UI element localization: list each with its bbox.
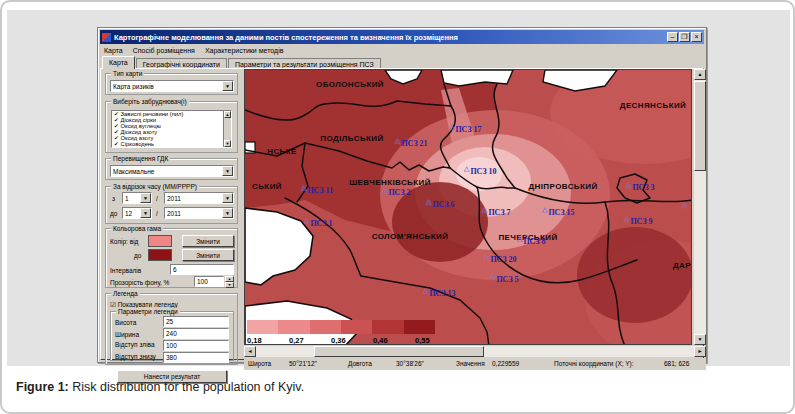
color-from-label: Колір: від xyxy=(110,238,138,245)
chevron-down-icon[interactable]: ▼ xyxy=(140,208,151,218)
period-to-label: до xyxy=(110,210,117,217)
tab-active[interactable]: Карта xyxy=(102,56,135,69)
mpc-select[interactable]: Максимальне ▼ xyxy=(110,165,234,177)
value-label: Значення xyxy=(456,360,485,367)
to-month-select[interactable]: 12 ▼ xyxy=(122,207,152,219)
figure-frame: Картографічне моделювання за даними пост… xyxy=(0,0,795,414)
period-separator: / xyxy=(156,210,158,217)
latitude-label: Широта xyxy=(248,360,271,367)
legend-width-input[interactable] xyxy=(163,328,229,339)
period-from-label: з xyxy=(112,195,115,202)
scroll-down-icon[interactable]: ▼ xyxy=(694,334,706,345)
vertical-scroll-thumb[interactable] xyxy=(694,81,706,171)
legend-height-input[interactable] xyxy=(163,316,229,327)
scroll-left-icon[interactable]: ◄ xyxy=(244,346,256,357)
caption-prefix: Figure 1: xyxy=(16,380,69,394)
tab-page-map: Тип карти Карта ризиків ▼ Виберіть забру… xyxy=(100,68,704,360)
mpc-label: Перевищення ГДК xyxy=(111,155,170,162)
map-canvas xyxy=(245,70,692,345)
legend-offset-bottom-input[interactable] xyxy=(163,352,229,363)
status-bar: Широта 50°21'12" Довгота 30°38'26" Значе… xyxy=(244,358,706,370)
color-gamma-label: Кольорова гама xyxy=(111,225,163,232)
from-month-value: 1 xyxy=(123,195,140,202)
color-to-label: до xyxy=(134,252,141,259)
pollutant-item-label: Фенол xyxy=(121,147,138,148)
intervals-label: Інтервалів xyxy=(110,267,141,274)
chevron-down-icon[interactable]: ▼ xyxy=(222,81,233,91)
to-month-value: 12 xyxy=(123,210,140,217)
color-from-swatch[interactable] xyxy=(148,235,172,247)
title-bar: Картографічне моделювання за даними пост… xyxy=(100,30,704,44)
scroll-down-icon[interactable]: ▼ xyxy=(224,140,231,147)
map-type-value: Карта ризиків xyxy=(111,83,222,90)
menu-item[interactable]: Спосіб розміщення xyxy=(133,47,195,54)
menu-item[interactable]: Характеристики методів xyxy=(205,47,284,54)
close-button[interactable]: × xyxy=(691,32,702,42)
color-to-swatch[interactable] xyxy=(148,249,172,261)
window-title: Картографічне моделювання за даними пост… xyxy=(114,33,666,42)
figure-caption: Figure 1: Risk distribution for the popu… xyxy=(16,380,304,394)
chevron-down-icon[interactable]: ▼ xyxy=(140,193,151,203)
opacity-label: Прозорість фону, % xyxy=(110,279,169,286)
spin-down-icon[interactable]: ▼ xyxy=(225,282,234,288)
latitude-value: 50°21'12" xyxy=(289,360,317,367)
settings-panel: Тип карти Карта ризиків ▼ Виберіть забру… xyxy=(103,69,243,359)
opacity-spinner[interactable]: ▲▼ xyxy=(225,276,234,287)
period-group: За відрізок часу (ММ/РРРР) з 1 ▼ / 2011 … xyxy=(105,186,238,224)
scroll-up-icon[interactable]: ▲ xyxy=(694,69,706,80)
coords-value: 681; 626 xyxy=(664,360,689,367)
kyiv-risk-map[interactable]: ОБОЛОНСЬКИЙПОДІЛЬСЬКИЙДЕСНЯНСЬКИЙШЕВЧЕНК… xyxy=(244,69,692,345)
vertical-scrollbar[interactable]: ▲ ▼ xyxy=(694,69,706,345)
period-separator: / xyxy=(156,195,158,202)
map-type-select[interactable]: Карта ризиків ▼ xyxy=(110,80,234,92)
change-to-color-button[interactable]: Змінити xyxy=(182,249,234,261)
show-legend-label: Показувати легенду xyxy=(118,301,178,308)
pollutants-group: Виберіть забруднювач(і) ✔Завислі речовин… xyxy=(105,101,238,153)
value-value: 0,229559 xyxy=(492,360,519,367)
checkbox-checked-icon[interactable]: ✔ xyxy=(114,147,119,148)
chevron-down-icon[interactable]: ▼ xyxy=(222,193,233,203)
pollutants-label: Виберіть забруднювач(і) xyxy=(111,98,189,105)
scroll-up-icon[interactable]: ▲ xyxy=(224,111,231,118)
app-icon xyxy=(102,33,111,42)
longitude-value: 30°38'26" xyxy=(396,360,424,367)
chevron-down-icon[interactable]: ▼ xyxy=(222,166,233,176)
horizontal-scroll-thumb[interactable] xyxy=(314,346,484,357)
from-year-select[interactable]: 2011 ▼ xyxy=(164,192,234,204)
longitude-label: Довгота xyxy=(348,360,372,367)
horizontal-scrollbar[interactable]: ◄ ► xyxy=(244,346,706,357)
legend-offset-bottom-label: Відступ знизу xyxy=(115,353,159,360)
legend-offset-left-input[interactable] xyxy=(163,340,229,351)
pollutant-scrollbar[interactable]: ▲ ▼ xyxy=(223,111,231,147)
legend-height-label: Висота xyxy=(115,319,136,326)
change-from-color-button[interactable]: Змінити xyxy=(182,235,234,247)
from-month-select[interactable]: 1 ▼ xyxy=(122,192,152,204)
legend-params-label: Параметри легенди xyxy=(116,308,180,315)
to-year-value: 2011 xyxy=(165,210,222,217)
from-year-value: 2011 xyxy=(165,195,222,202)
menu-bar: КартаСпосіб розміщенняХарактеристики мет… xyxy=(100,45,704,56)
legend-offset-left-label: Відступ зліва xyxy=(115,341,159,348)
map-type-label: Тип карти xyxy=(111,70,144,77)
pollutant-list[interactable]: ✔Завислі речовини (пил)✔Діоксид сірки✔Ок… xyxy=(111,110,232,148)
minimize-button[interactable]: – xyxy=(667,32,678,42)
show-legend-checkbox[interactable]: ☑ Показувати легенду xyxy=(110,301,178,308)
map-panel: ОБОЛОНСЬКИЙПОДІЛЬСЬКИЙДЕСНЯНСЬКИЙШЕВЧЕНК… xyxy=(244,69,703,359)
maximize-button[interactable]: ❐ xyxy=(679,32,690,42)
mpc-value: Максимальне xyxy=(111,168,222,175)
period-label: За відрізок часу (ММ/РРРР) xyxy=(111,183,199,190)
scroll-right-icon[interactable]: ► xyxy=(694,346,706,357)
menu-item[interactable]: Карта xyxy=(104,47,123,54)
app-window: Картографічне моделювання за даними пост… xyxy=(97,27,707,363)
chevron-down-icon[interactable]: ▼ xyxy=(222,208,233,218)
intervals-input[interactable] xyxy=(170,264,234,275)
legend-params-group: Параметри легенди Висота Ширина Відступ … xyxy=(110,311,234,361)
mpc-group: Перевищення ГДК Максимальне ▼ xyxy=(105,158,238,180)
opacity-input[interactable] xyxy=(194,276,224,287)
to-year-select[interactable]: 2011 ▼ xyxy=(164,207,234,219)
pollutant-item[interactable]: ✔Фенол xyxy=(112,147,231,148)
coords-label: Поточні координати (X; Y): xyxy=(554,360,634,367)
legend-group: Легенда ☑ Показувати легенду Параметри л… xyxy=(105,293,238,365)
legend-label: Легенда xyxy=(111,290,140,297)
color-gamma-group: Кольорова гама Колір: від Змінити до Змі… xyxy=(105,228,238,288)
